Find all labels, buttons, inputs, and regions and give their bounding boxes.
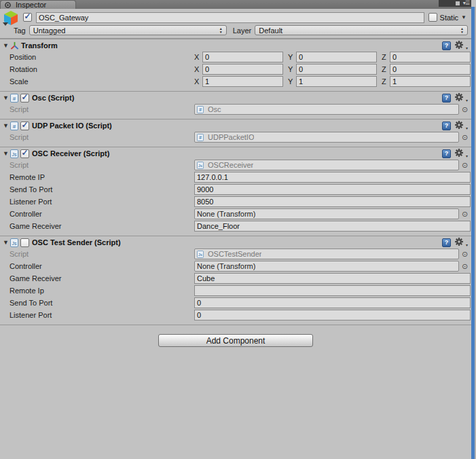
gear-icon bbox=[455, 41, 463, 49]
property-value: XYZ bbox=[194, 52, 471, 62]
inspector-panel: Inspector ▾☰ ✓ Static ▼ Ta bbox=[0, 0, 471, 459]
foldout-icon[interactable]: ▼ bbox=[1, 150, 10, 157]
property-value: JsOSCTestSender⊙ bbox=[194, 249, 471, 259]
help-icon[interactable]: ? bbox=[442, 122, 451, 130]
object-picker-icon[interactable]: ⊙ bbox=[459, 106, 471, 113]
svg-text:#: # bbox=[13, 95, 16, 101]
property-label: Controller bbox=[10, 210, 194, 218]
property-row-listener-port: Listener Port bbox=[10, 310, 471, 320]
component-enabled-checkbox[interactable] bbox=[20, 238, 29, 247]
text-input-remote-ip[interactable] bbox=[194, 172, 471, 183]
js-script-icon: Js bbox=[197, 162, 204, 169]
property-label: Script bbox=[10, 105, 194, 113]
object-picker-icon[interactable]: ⊙ bbox=[459, 134, 471, 141]
property-value bbox=[194, 285, 471, 296]
property-value: XYZ bbox=[194, 64, 471, 75]
property-label: Send To Port bbox=[10, 299, 194, 307]
static-dropdown-icon[interactable]: ▼ bbox=[461, 15, 466, 20]
object-field-controller[interactable]: None (Transform) bbox=[194, 208, 459, 219]
object-field-value: UDPPacketIO bbox=[208, 133, 254, 141]
axis-input-z[interactable] bbox=[390, 64, 471, 75]
gear-menu[interactable]: ▾ bbox=[455, 41, 468, 50]
add-component-row: Add Component bbox=[0, 325, 471, 347]
gameobject-active-checkbox[interactable]: ✓ bbox=[23, 13, 32, 22]
axis-input-x[interactable] bbox=[202, 64, 283, 75]
foldout-icon[interactable]: ▼ bbox=[1, 42, 10, 49]
text-input-remote-ip[interactable] bbox=[194, 285, 471, 296]
axis-label[interactable]: X bbox=[194, 53, 200, 61]
text-input-game-receiver[interactable] bbox=[194, 273, 471, 284]
static-checkbox[interactable] bbox=[428, 13, 437, 22]
object-field-value: Osc bbox=[208, 105, 221, 113]
component-transform: ▼Transform?▾PositionXYZRotationXYZScaleX… bbox=[0, 39, 471, 91]
component-enabled-checkbox[interactable]: ✓ bbox=[20, 94, 29, 103]
object-field-script[interactable]: JsOSCTestSender bbox=[194, 249, 459, 259]
foldout-icon[interactable]: ▼ bbox=[1, 239, 10, 246]
add-component-button[interactable]: Add Component bbox=[158, 334, 313, 347]
text-input-listener-port[interactable] bbox=[194, 196, 471, 207]
object-field-script[interactable]: #UDPPacketIO bbox=[194, 132, 459, 143]
tag-dropdown[interactable]: Untagged ▲▼ bbox=[29, 25, 227, 35]
axis-input-y[interactable] bbox=[296, 76, 377, 87]
object-picker-icon[interactable]: ⊙ bbox=[459, 263, 471, 270]
axis-input-y[interactable] bbox=[296, 52, 377, 62]
axis-label[interactable]: Z bbox=[382, 65, 387, 73]
axis-label[interactable]: Y bbox=[288, 77, 293, 86]
axis-label[interactable]: X bbox=[194, 77, 200, 86]
object-field-script[interactable]: #Osc bbox=[194, 104, 459, 115]
layer-label: Layer bbox=[233, 26, 252, 35]
axis-input-z[interactable] bbox=[390, 52, 471, 62]
component-title: Osc (Script) bbox=[32, 94, 74, 102]
axis-label[interactable]: Y bbox=[288, 53, 293, 61]
object-field-controller[interactable]: None (Transform) bbox=[194, 261, 459, 272]
js-script-icon: Js bbox=[10, 149, 18, 158]
text-input-game-receiver[interactable] bbox=[194, 221, 471, 232]
text-input-send-to-port[interactable] bbox=[194, 184, 471, 195]
tab-menu-icon[interactable]: ▾☰ bbox=[463, 1, 469, 6]
object-field-script[interactable]: JsOSCReceiver bbox=[194, 160, 459, 170]
gear-menu[interactable]: ▾ bbox=[455, 238, 468, 247]
help-icon[interactable]: ? bbox=[442, 149, 451, 158]
layer-value: Default bbox=[259, 26, 282, 35]
gear-menu[interactable]: ▾ bbox=[455, 93, 468, 103]
object-picker-icon[interactable]: ⊙ bbox=[459, 162, 471, 169]
text-input-send-to-port[interactable] bbox=[194, 297, 471, 308]
property-value bbox=[194, 172, 471, 183]
layer-dropdown[interactable]: Default ▲▼ bbox=[255, 25, 468, 35]
foldout-icon[interactable]: ▼ bbox=[1, 94, 10, 101]
svg-text:Js: Js bbox=[12, 151, 18, 156]
gameobject-cube-icon[interactable] bbox=[3, 10, 23, 25]
help-icon[interactable]: ? bbox=[442, 94, 451, 103]
gear-icon bbox=[455, 149, 463, 157]
help-icon[interactable]: ? bbox=[442, 41, 451, 50]
gameobject-name-input[interactable] bbox=[36, 12, 424, 23]
tab-inspector[interactable]: Inspector bbox=[0, 0, 76, 9]
property-label: Remote IP bbox=[10, 173, 194, 181]
axis-input-y[interactable] bbox=[296, 64, 377, 75]
axis-group-z: Z bbox=[382, 52, 471, 62]
check-icon: ✓ bbox=[21, 149, 28, 157]
text-input-listener-port[interactable] bbox=[194, 310, 471, 320]
component-enabled-checkbox[interactable]: ✓ bbox=[20, 122, 29, 130]
foldout-icon[interactable]: ▼ bbox=[1, 122, 10, 129]
components-list: ▼Transform?▾PositionXYZRotationXYZScaleX… bbox=[0, 39, 471, 325]
property-value bbox=[194, 273, 471, 284]
component-osc-receiver-script: ▼Js✓OSC Receiver (Script)?▾ScriptJsOSCRe… bbox=[0, 147, 471, 236]
axis-input-x[interactable] bbox=[202, 76, 283, 87]
object-field-value: None (Transform) bbox=[197, 262, 255, 270]
axis-label[interactable]: Y bbox=[288, 65, 293, 73]
object-picker-icon[interactable]: ⊙ bbox=[459, 251, 471, 258]
lock-icon[interactable] bbox=[456, 1, 460, 5]
axis-input-z[interactable] bbox=[390, 76, 471, 87]
axis-label[interactable]: X bbox=[194, 65, 200, 73]
property-value: #UDPPacketIO⊙ bbox=[194, 132, 471, 143]
component-enabled-checkbox[interactable]: ✓ bbox=[20, 149, 29, 158]
axis-label[interactable]: Z bbox=[382, 77, 387, 86]
help-icon[interactable]: ? bbox=[442, 238, 451, 247]
gear-menu[interactable]: ▾ bbox=[455, 149, 468, 158]
axis-input-x[interactable] bbox=[202, 52, 283, 62]
axis-label[interactable]: Z bbox=[382, 53, 387, 61]
gear-menu[interactable]: ▾ bbox=[455, 121, 468, 130]
object-picker-icon[interactable]: ⊙ bbox=[459, 210, 471, 218]
axis-group-z: Z bbox=[382, 64, 471, 75]
